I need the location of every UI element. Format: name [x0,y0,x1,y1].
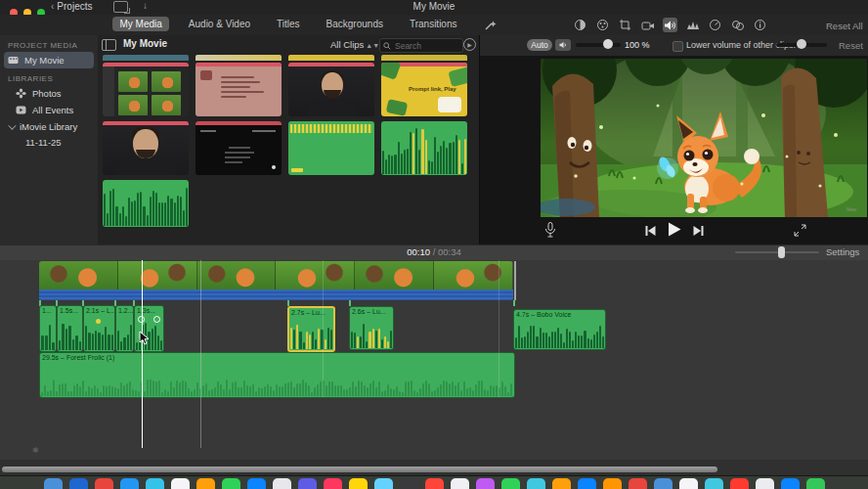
dock-app-icon[interactable] [69,478,88,489]
next-frame-button[interactable] [693,223,704,241]
disclosure-chevron-icon[interactable] [8,121,16,129]
audio-clip-selected[interactable]: 2.7s – Lu... [287,306,335,352]
stabilization-icon[interactable] [640,18,655,32]
dock-app-icon[interactable] [476,478,495,489]
timeline-settings-button[interactable]: Settings [826,246,859,257]
tab-audio-video[interactable]: Audio & Video [182,17,257,31]
playhead[interactable] [142,260,143,448]
media-thumbnail-fox-grid[interactable] [103,63,189,116]
macos-dock[interactable] [0,476,868,489]
dock-app-icon[interactable] [400,478,418,489]
timeline-zoom-knob[interactable] [778,246,785,258]
audio-clip[interactable]: 2.1s – L... [83,305,115,352]
media-thumbnail-presenter-2[interactable] [103,121,189,175]
media-thumbnail-terminal[interactable] [195,121,282,175]
dock-app-icon[interactable] [298,478,317,489]
media-thumbnail-audio-3[interactable] [103,180,189,227]
tab-my-media[interactable]: My Media [112,17,168,31]
sidebar-item-date[interactable]: 11-11-25 [0,135,98,150]
video-clip-audio-track[interactable] [39,289,513,300]
dock-app-icon[interactable] [273,478,291,489]
thumbnail-sliver[interactable] [103,55,189,61]
noise-reduction-icon[interactable] [685,18,700,32]
dock-app-icon[interactable] [120,478,139,489]
timeline-skimmer[interactable] [200,260,201,448]
color-wheel-icon[interactable] [573,18,587,32]
volume-reset-button[interactable]: Reset [839,40,863,51]
dock-app-icon[interactable] [425,478,444,489]
media-thumbnail-audio-2[interactable] [381,121,467,175]
lower-volume-knob[interactable] [797,39,806,49]
audio-clip[interactable]: 1.5s... [57,305,83,352]
timeline-zoom-slider[interactable] [735,251,819,253]
dock-app-icon[interactable] [222,478,240,489]
video-preview[interactable]: Veo [541,59,867,217]
dock-app-icon[interactable] [552,478,571,489]
sidebar-item-imovie-library[interactable]: iMovie Library [0,118,98,135]
horizontal-scrollbar[interactable] [2,467,717,472]
play-button[interactable] [668,222,681,241]
tab-transitions[interactable]: Transitions [403,17,464,31]
dock-app-icon[interactable] [95,478,113,489]
dock-app-icon[interactable] [349,478,368,489]
audio-clip[interactable]: 1.2... [115,305,134,352]
audio-clip[interactable]: 2.6s – Lu... [349,306,394,350]
keyframe-handle[interactable] [153,316,160,323]
media-thumbnail-audio-1[interactable] [288,121,374,175]
tab-backgrounds[interactable]: Backgrounds [320,17,390,31]
dock-app-icon[interactable] [146,478,164,489]
audio-clip[interactable]: 1... [39,305,57,352]
dock-app-icon[interactable] [247,478,266,489]
media-thumbnail-presenter-1[interactable] [288,63,374,116]
crop-icon[interactable] [618,18,632,32]
dock-app-icon[interactable] [451,478,469,489]
sidebar-item-all-events[interactable]: All Events [0,102,98,118]
media-thumbnail-promo[interactable]: Prompt link, Play [381,63,467,116]
palette-icon[interactable] [595,18,610,32]
info-icon[interactable] [753,18,767,32]
dock-app-icon[interactable] [806,478,825,489]
sidebar-item-my-movie[interactable]: My Movie [4,52,94,68]
previous-frame-button[interactable] [645,223,656,241]
fullscreen-icon[interactable] [794,223,806,241]
thumbnail-sliver[interactable] [381,55,467,61]
audio-clip-bobo-voice[interactable]: 4.7s – Bobo Voice [513,309,606,350]
tab-titles[interactable]: Titles [270,17,307,31]
record-voiceover-mic-icon[interactable] [544,222,556,242]
search-input[interactable] [393,40,456,52]
dock-app-icon[interactable] [679,478,698,489]
dock-app-icon[interactable] [324,478,342,489]
clip-trim-handle[interactable] [514,261,516,300]
dock-app-icon[interactable] [730,478,749,489]
dock-app-icon[interactable] [171,478,190,489]
color-balance-icon[interactable] [730,18,745,32]
thumbnail-sliver[interactable] [288,55,374,61]
music-clip-forest-frolic[interactable]: 29.5s – Forest Frolic (1) [39,352,515,398]
dock-app-icon[interactable] [705,478,723,489]
clip-duration-filter-icon[interactable]: ▶ [463,38,476,51]
thumbnail-sliver[interactable] [195,55,282,61]
dock-app-icon[interactable] [654,478,673,489]
marker-dot[interactable] [96,319,101,324]
media-thumbnail-notes[interactable] [195,63,282,116]
dock-app-icon[interactable] [501,478,520,489]
dock-app-icon[interactable] [578,478,596,489]
clip-filter-dropdown[interactable]: All Clips▲▼ [330,39,379,50]
volume-slider-knob[interactable] [603,39,613,49]
dock-app-icon[interactable] [374,478,393,489]
lower-volume-checkbox[interactable] [673,41,683,52]
sidebar-item-photos[interactable]: Photos [0,85,98,102]
dock-app-icon[interactable] [196,478,215,489]
dock-app-icon[interactable] [44,478,63,489]
dock-app-icon[interactable] [756,478,774,489]
volume-icon[interactable] [663,18,677,32]
sidebar-toggle-icon[interactable] [102,39,116,51]
mute-speaker-button[interactable] [555,39,571,51]
dock-app-icon[interactable] [527,478,545,489]
dock-app-icon[interactable] [781,478,800,489]
volume-slider[interactable] [576,43,621,47]
auto-volume-button[interactable]: Auto [527,39,552,51]
dock-app-icon[interactable] [603,478,622,489]
search-field[interactable] [379,38,463,53]
video-clip-filmstrip[interactable] [39,261,513,289]
